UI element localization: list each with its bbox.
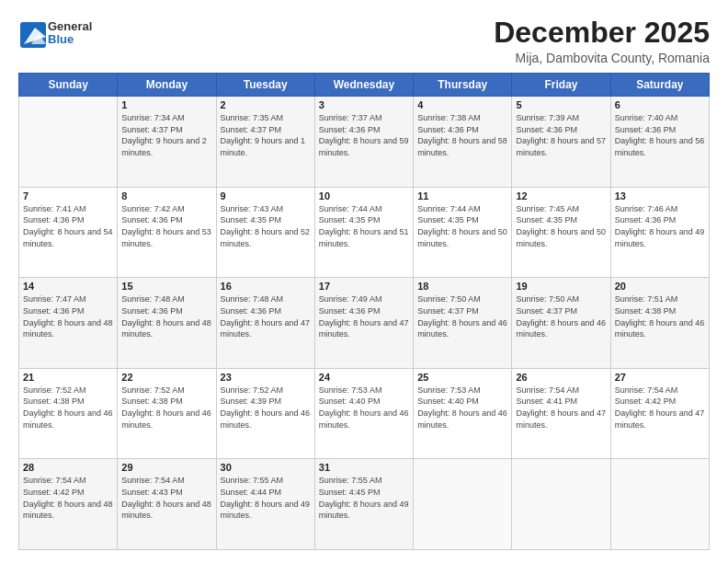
calendar-body: 1 Sunrise: 7:34 AMSunset: 4:37 PMDayligh… — [19, 97, 710, 550]
cell-3-3: 24 Sunrise: 7:53 AMSunset: 4:40 PMDaylig… — [314, 368, 413, 459]
cell-4-0: 28 Sunrise: 7:54 AMSunset: 4:42 PMDaylig… — [19, 459, 118, 550]
cell-2-4: 18 Sunrise: 7:50 AMSunset: 4:37 PMDaylig… — [414, 278, 512, 369]
day-info: Sunrise: 7:45 AMSunset: 4:35 PMDaylight:… — [516, 204, 606, 248]
day-info: Sunrise: 7:52 AMSunset: 4:38 PMDaylight:… — [23, 385, 113, 430]
day-number: 27 — [615, 372, 705, 383]
header-friday: Friday — [512, 74, 610, 97]
day-number: 23 — [221, 372, 311, 383]
day-number: 12 — [516, 190, 606, 201]
week-row-3: 21 Sunrise: 7:52 AMSunset: 4:38 PMDaylig… — [19, 368, 710, 459]
cell-1-6: 13 Sunrise: 7:46 AMSunset: 4:36 PMDaylig… — [610, 187, 709, 278]
cell-0-1: 1 Sunrise: 7:34 AMSunset: 4:37 PMDayligh… — [118, 97, 216, 188]
day-number: 9 — [221, 190, 311, 201]
day-info: Sunrise: 7:37 AMSunset: 4:36 PMDaylight:… — [319, 113, 409, 157]
day-number: 11 — [417, 190, 507, 201]
cell-4-3: 31 Sunrise: 7:55 AMSunset: 4:45 PMDaylig… — [314, 459, 413, 550]
cell-2-2: 16 Sunrise: 7:48 AMSunset: 4:36 PMDaylig… — [216, 278, 314, 369]
cell-1-1: 8 Sunrise: 7:42 AMSunset: 4:36 PMDayligh… — [118, 187, 216, 278]
month-title: December 2025 — [494, 17, 710, 49]
day-number: 16 — [221, 281, 311, 292]
day-info: Sunrise: 7:35 AMSunset: 4:37 PMDaylight:… — [221, 113, 306, 157]
day-info: Sunrise: 7:54 AMSunset: 4:42 PMDaylight:… — [615, 385, 705, 430]
cell-0-3: 3 Sunrise: 7:37 AMSunset: 4:36 PMDayligh… — [314, 97, 413, 188]
header-row: Sunday Monday Tuesday Wednesday Thursday… — [19, 74, 710, 97]
day-number: 26 — [516, 372, 606, 383]
day-number: 31 — [319, 462, 409, 473]
cell-1-2: 9 Sunrise: 7:43 AMSunset: 4:35 PMDayligh… — [216, 187, 314, 278]
cell-0-6: 6 Sunrise: 7:40 AMSunset: 4:36 PMDayligh… — [610, 97, 709, 188]
day-number: 22 — [121, 372, 211, 383]
header: General Blue December 2025 Mija, Dambovi… — [18, 17, 710, 65]
day-number: 29 — [121, 462, 211, 473]
day-info: Sunrise: 7:52 AMSunset: 4:39 PMDaylight:… — [221, 385, 311, 430]
day-info: Sunrise: 7:44 AMSunset: 4:35 PMDaylight:… — [319, 204, 409, 248]
day-info: Sunrise: 7:44 AMSunset: 4:35 PMDaylight:… — [417, 204, 507, 248]
week-row-1: 7 Sunrise: 7:41 AMSunset: 4:36 PMDayligh… — [19, 187, 710, 278]
day-info: Sunrise: 7:53 AMSunset: 4:40 PMDaylight:… — [319, 385, 409, 430]
day-number: 28 — [23, 462, 113, 473]
day-info: Sunrise: 7:53 AMSunset: 4:40 PMDaylight:… — [417, 385, 507, 430]
cell-3-1: 22 Sunrise: 7:52 AMSunset: 4:38 PMDaylig… — [118, 368, 216, 459]
cell-2-3: 17 Sunrise: 7:49 AMSunset: 4:36 PMDaylig… — [314, 278, 413, 369]
day-number: 7 — [23, 190, 113, 201]
day-info: Sunrise: 7:42 AMSunset: 4:36 PMDaylight:… — [121, 204, 211, 248]
title-block: December 2025 Mija, Dambovita County, Ro… — [494, 17, 710, 65]
cell-4-4 — [414, 459, 512, 550]
day-number: 30 — [221, 462, 311, 473]
calendar-header: Sunday Monday Tuesday Wednesday Thursday… — [19, 74, 710, 97]
day-number: 19 — [516, 281, 606, 292]
day-number: 10 — [319, 190, 409, 201]
cell-4-1: 29 Sunrise: 7:54 AMSunset: 4:43 PMDaylig… — [118, 459, 216, 550]
cell-2-6: 20 Sunrise: 7:51 AMSunset: 4:38 PMDaylig… — [610, 278, 709, 369]
cell-1-5: 12 Sunrise: 7:45 AMSunset: 4:35 PMDaylig… — [512, 187, 610, 278]
day-info: Sunrise: 7:54 AMSunset: 4:42 PMDaylight:… — [23, 476, 113, 520]
cell-3-0: 21 Sunrise: 7:52 AMSunset: 4:38 PMDaylig… — [19, 368, 118, 459]
calendar: Sunday Monday Tuesday Wednesday Thursday… — [18, 73, 710, 550]
day-number: 25 — [417, 372, 507, 383]
header-wednesday: Wednesday — [314, 74, 413, 97]
cell-3-5: 26 Sunrise: 7:54 AMSunset: 4:41 PMDaylig… — [512, 368, 610, 459]
day-number: 13 — [615, 190, 705, 201]
day-info: Sunrise: 7:39 AMSunset: 4:36 PMDaylight:… — [516, 113, 606, 157]
header-saturday: Saturday — [610, 74, 709, 97]
day-number: 18 — [417, 281, 507, 292]
cell-0-0 — [19, 97, 118, 188]
day-info: Sunrise: 7:48 AMSunset: 4:36 PMDaylight:… — [221, 294, 311, 339]
logo: General Blue — [18, 20, 92, 47]
cell-3-6: 27 Sunrise: 7:54 AMSunset: 4:42 PMDaylig… — [610, 368, 709, 459]
week-row-4: 28 Sunrise: 7:54 AMSunset: 4:42 PMDaylig… — [19, 459, 710, 550]
week-row-2: 14 Sunrise: 7:47 AMSunset: 4:36 PMDaylig… — [19, 278, 710, 369]
subtitle: Mija, Dambovita County, Romania — [494, 51, 710, 65]
day-info: Sunrise: 7:40 AMSunset: 4:36 PMDaylight:… — [615, 113, 705, 157]
cell-4-5 — [512, 459, 610, 550]
cell-0-4: 4 Sunrise: 7:38 AMSunset: 4:36 PMDayligh… — [414, 97, 512, 188]
cell-0-5: 5 Sunrise: 7:39 AMSunset: 4:36 PMDayligh… — [512, 97, 610, 188]
day-number: 21 — [23, 372, 113, 383]
day-info: Sunrise: 7:54 AMSunset: 4:43 PMDaylight:… — [121, 476, 211, 520]
cell-3-4: 25 Sunrise: 7:53 AMSunset: 4:40 PMDaylig… — [414, 368, 512, 459]
day-number: 5 — [516, 99, 606, 110]
day-info: Sunrise: 7:34 AMSunset: 4:37 PMDaylight:… — [121, 113, 207, 157]
day-number: 15 — [121, 281, 211, 292]
day-info: Sunrise: 7:38 AMSunset: 4:36 PMDaylight:… — [417, 113, 507, 157]
day-info: Sunrise: 7:52 AMSunset: 4:38 PMDaylight:… — [121, 385, 211, 430]
cell-4-2: 30 Sunrise: 7:55 AMSunset: 4:44 PMDaylig… — [216, 459, 314, 550]
cell-2-5: 19 Sunrise: 7:50 AMSunset: 4:37 PMDaylig… — [512, 278, 610, 369]
header-monday: Monday — [118, 74, 216, 97]
day-number: 3 — [319, 99, 409, 110]
day-info: Sunrise: 7:51 AMSunset: 4:38 PMDaylight:… — [615, 294, 705, 339]
day-number: 1 — [121, 99, 211, 110]
day-info: Sunrise: 7:49 AMSunset: 4:36 PMDaylight:… — [319, 294, 409, 339]
day-info: Sunrise: 7:46 AMSunset: 4:36 PMDaylight:… — [615, 204, 705, 248]
day-info: Sunrise: 7:50 AMSunset: 4:37 PMDaylight:… — [417, 294, 507, 339]
header-tuesday: Tuesday — [216, 74, 314, 97]
cell-2-0: 14 Sunrise: 7:47 AMSunset: 4:36 PMDaylig… — [19, 278, 118, 369]
cell-1-3: 10 Sunrise: 7:44 AMSunset: 4:35 PMDaylig… — [314, 187, 413, 278]
day-info: Sunrise: 7:55 AMSunset: 4:45 PMDaylight:… — [319, 476, 409, 520]
day-number: 14 — [23, 281, 113, 292]
day-number: 8 — [121, 190, 211, 201]
cell-3-2: 23 Sunrise: 7:52 AMSunset: 4:39 PMDaylig… — [216, 368, 314, 459]
cell-0-2: 2 Sunrise: 7:35 AMSunset: 4:37 PMDayligh… — [216, 97, 314, 188]
logo-blue: Blue — [48, 33, 92, 46]
day-info: Sunrise: 7:43 AMSunset: 4:35 PMDaylight:… — [221, 204, 311, 248]
